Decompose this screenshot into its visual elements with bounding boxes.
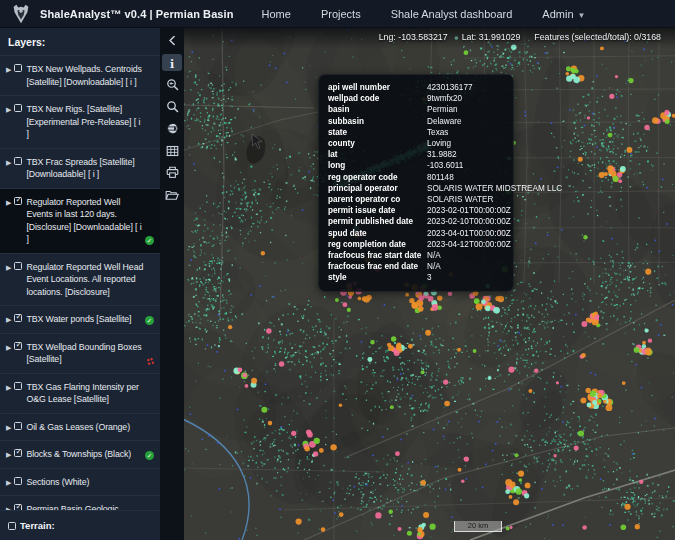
expand-caret-icon[interactable]: ▶ xyxy=(6,314,11,325)
attribute-table-button[interactable] xyxy=(162,142,182,159)
layer-checkbox[interactable] xyxy=(14,382,22,390)
nav-menu: Home Projects Shale Analyst dashboard Ad… xyxy=(262,8,586,20)
layer-item[interactable]: ▶TBX New Wellpads. Centroids [Satellite]… xyxy=(0,56,160,96)
layer-label: TBX New Wellpads. Centroids [Satellite] … xyxy=(26,63,144,88)
popup-value: Texas xyxy=(427,127,448,138)
popup-value: 9twmfx20 xyxy=(427,93,462,104)
printer-icon xyxy=(166,166,179,179)
layer-checkbox[interactable] xyxy=(14,342,22,350)
layer-item[interactable]: ▶TBX New Rigs. [Satellite] [Experimental… xyxy=(0,96,160,149)
nav-item-dashboard[interactable]: Shale Analyst dashboard xyxy=(391,8,513,20)
terrain-checkbox[interactable] xyxy=(8,522,16,530)
layer-item[interactable]: ▶Oil & Gas Leases (Orange) xyxy=(0,414,160,442)
layer-label: TBX Wellpad Bounding Boxes [Satellite] xyxy=(26,341,144,366)
layer-checkbox[interactable] xyxy=(14,449,22,457)
layer-checkbox[interactable] xyxy=(14,477,22,485)
popup-row: principal operatorSOLARIS WATER MIDSTREA… xyxy=(328,183,504,194)
popup-row: wellpad code9twmfx20 xyxy=(328,93,504,104)
expand-caret-icon[interactable]: ▶ xyxy=(6,477,11,488)
collapse-sidebar-button[interactable] xyxy=(162,32,182,49)
popup-value: -103.6011 xyxy=(427,160,463,171)
app-title: ShaleAnalyst™ v0.4 | Permian Basin xyxy=(40,8,234,20)
layer-item[interactable]: ▶Blocks & Townships (Black)✓ xyxy=(0,441,160,469)
layer-label: Sections (White) xyxy=(26,476,89,489)
popup-row: style3 xyxy=(328,272,504,283)
layer-label: Regulator Reported Well Head Event Locat… xyxy=(26,261,144,299)
popup-key: county xyxy=(328,138,427,149)
layer-item[interactable]: ▶Regulator Reported Well Head Event Loca… xyxy=(0,254,160,307)
popup-key: parent operator co xyxy=(328,194,427,205)
layer-checkbox[interactable] xyxy=(14,314,22,322)
info-icon: i xyxy=(170,54,174,72)
expand-caret-icon[interactable]: ▶ xyxy=(6,382,11,393)
popup-value: 4230136177 xyxy=(427,82,473,93)
layer-label: Regulator Reported Well Events in last 1… xyxy=(26,196,144,246)
expand-caret-icon[interactable]: ▶ xyxy=(6,449,11,460)
nav-item-projects[interactable]: Projects xyxy=(321,8,361,20)
expand-caret-icon[interactable]: ▶ xyxy=(6,342,11,353)
layer-checkbox[interactable] xyxy=(14,504,22,510)
zoom-to-selection-button[interactable] xyxy=(162,76,182,93)
layer-status-loaded-icon: ✓ xyxy=(145,236,154,245)
app-logo-wolf-icon xyxy=(10,3,32,25)
popup-row: countyLoving xyxy=(328,138,504,149)
terrain-section: Terrain: xyxy=(0,510,160,540)
layer-checkbox[interactable] xyxy=(14,422,22,430)
popup-key: wellpad code xyxy=(328,93,427,104)
globe-button[interactable] xyxy=(162,120,182,137)
layer-checkbox[interactable] xyxy=(14,104,22,112)
layer-checkbox[interactable] xyxy=(14,157,22,165)
open-folder-button[interactable] xyxy=(162,186,182,203)
nav-item-home[interactable]: Home xyxy=(262,8,291,20)
layer-status-loaded-icon: ✓ xyxy=(145,316,154,325)
expand-caret-icon[interactable]: ▶ xyxy=(6,262,11,273)
popup-row: stateTexas xyxy=(328,127,504,138)
layer-item[interactable]: ▶Permian Basin Geologic Boundary (Blue)✓ xyxy=(0,496,160,510)
popup-row: reg operator code801148 xyxy=(328,172,504,183)
layer-item[interactable]: ▶TBX Water ponds [Satellite]✓ xyxy=(0,306,160,334)
globe-icon xyxy=(166,122,179,135)
expand-caret-icon[interactable]: ▶ xyxy=(6,64,11,75)
print-button[interactable] xyxy=(162,164,182,181)
chevron-down-icon: ▼ xyxy=(578,11,586,20)
popup-row: lat31.9882 xyxy=(328,149,504,160)
layer-item[interactable]: ▶TBX Gas Flaring Intensity per O&G Lease… xyxy=(0,374,160,414)
magnifier-arrow-icon xyxy=(166,78,179,91)
popup-row: permit published date2023-02-10T00:00:00… xyxy=(328,216,504,227)
nav-item-admin[interactable]: Admin▼ xyxy=(542,8,585,20)
popup-key: long xyxy=(328,160,427,171)
layer-label: Permian Basin Geologic Boundary (Blue) xyxy=(26,503,144,510)
popup-row: parent operator coSOLARIS WATER xyxy=(328,194,504,205)
identify-info-button[interactable]: i xyxy=(162,54,182,71)
popup-key: reg operator code xyxy=(328,172,427,183)
layer-item[interactable]: ▶Sections (White) xyxy=(0,469,160,497)
popup-value: N/A xyxy=(427,261,441,272)
popup-value: 2023-02-01T00:00:00Z xyxy=(427,205,511,216)
status-lat: Lat: 31.991029 xyxy=(462,32,521,42)
layer-checkbox[interactable] xyxy=(14,262,22,270)
layer-checkbox[interactable] xyxy=(14,197,22,205)
layer-item[interactable]: ▶TBX Wellpad Bounding Boxes [Satellite] xyxy=(0,334,160,374)
expand-caret-icon[interactable]: ▶ xyxy=(6,422,11,433)
popup-row: fracfocus frac end dateN/A xyxy=(328,261,504,272)
expand-caret-icon[interactable]: ▶ xyxy=(6,157,11,168)
expand-caret-icon[interactable]: ▶ xyxy=(6,197,11,208)
popup-key: permit issue date xyxy=(328,205,427,216)
layer-list: ▶TBX New Wellpads. Centroids [Satellite]… xyxy=(0,56,160,510)
popup-value: Loving xyxy=(427,138,451,149)
search-button[interactable] xyxy=(162,98,182,115)
status-features: Features (selected/total): 0/3168 xyxy=(534,32,661,42)
layer-item[interactable]: ▶TBX Frac Spreads [Satellite] [Downloada… xyxy=(0,149,160,189)
map[interactable]: Lng: -103.583217 Lat: 31.991029 Features… xyxy=(184,28,675,540)
chevron-left-icon xyxy=(166,34,179,47)
popup-value: Delaware xyxy=(427,116,462,127)
layer-item[interactable]: ▶Regulator Reported Well Events in last … xyxy=(0,189,160,254)
layer-checkbox[interactable] xyxy=(14,64,22,72)
popup-key: permit published date xyxy=(328,216,427,227)
expand-caret-icon[interactable]: ▶ xyxy=(6,504,11,510)
expand-caret-icon[interactable]: ▶ xyxy=(6,104,11,115)
folder-icon xyxy=(165,189,179,201)
popup-value: 2023-02-10T00:00:00Z xyxy=(427,216,511,227)
popup-key: subbasin xyxy=(328,116,427,127)
popup-value: 801148 xyxy=(427,172,454,183)
